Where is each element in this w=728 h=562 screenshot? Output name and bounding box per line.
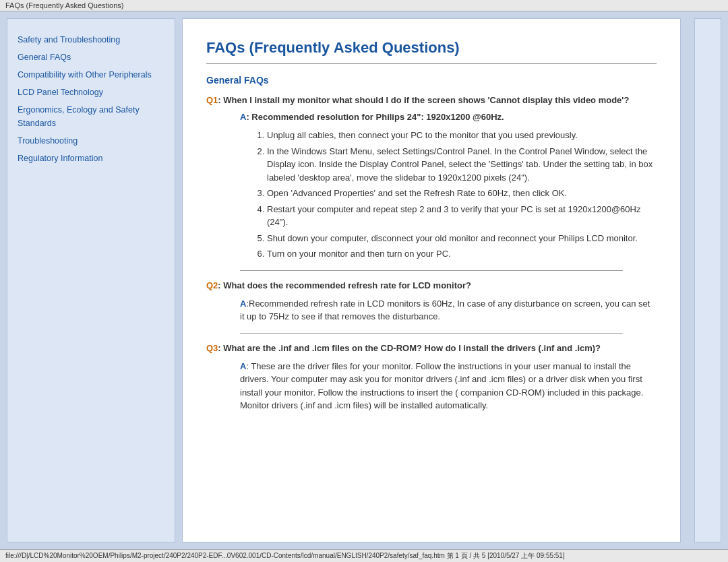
a3-text: A: These are the driver files for your m… bbox=[240, 360, 657, 412]
a2-body: :Recommended refresh rate in LCD monitor… bbox=[240, 299, 650, 322]
q2-divider bbox=[240, 333, 623, 334]
list-item: In the Windows Start Menu, select Settin… bbox=[267, 145, 657, 185]
sidebar-item-regulatory[interactable]: Regulatory Information bbox=[18, 151, 164, 166]
q1-label: Q1 bbox=[206, 95, 218, 105]
q1-block: Q1: When I install my monitor what shoul… bbox=[206, 95, 657, 261]
title-bar-text: FAQs (Frequently Asked Questions) bbox=[5, 1, 123, 9]
sidebar-item-troubleshooting[interactable]: Troubleshooting bbox=[18, 133, 164, 148]
q2-text: : What does the recommended refresh rate… bbox=[218, 280, 471, 290]
q2-label: Q2 bbox=[206, 280, 218, 290]
sidebar-item-compatibility[interactable]: Compatibility with Other Peripherals bbox=[18, 67, 164, 82]
q1-divider bbox=[240, 270, 623, 271]
title-divider bbox=[206, 63, 657, 64]
a2-text: A:Recommended refresh rate in LCD monito… bbox=[240, 297, 657, 323]
a1-label: A bbox=[240, 112, 246, 122]
a1-list: Unplug all cables, then connect your PC … bbox=[267, 129, 657, 261]
q3-label: Q3 bbox=[206, 343, 218, 353]
a2-label: A bbox=[240, 299, 246, 309]
main-layout: Safety and Troubleshooting General FAQs … bbox=[0, 11, 728, 549]
list-item: Shut down your computer, disconnect your… bbox=[267, 232, 657, 245]
sidebar-item-ergonomics[interactable]: Ergonomics, Ecology and Safety Standards bbox=[18, 102, 164, 131]
a3-label: A bbox=[240, 361, 246, 371]
q3-text: : What are the .inf and .icm files on th… bbox=[218, 343, 601, 353]
a1-heading-text: : Recommended resolution for Philips 24"… bbox=[246, 112, 504, 122]
q2-block: Q2: What does the recommended refresh ra… bbox=[206, 280, 657, 323]
q2-question: Q2: What does the recommended refresh ra… bbox=[206, 280, 657, 290]
a3-body: : These are the driver files for your mo… bbox=[240, 361, 643, 411]
q3-block: Q3: What are the .inf and .icm files on … bbox=[206, 343, 657, 412]
list-item: Open 'Advanced Properties' and set the R… bbox=[267, 187, 657, 200]
status-bar: file:///D|/LCD%20Monitor%20OEM/Philips/M… bbox=[0, 549, 728, 562]
status-bar-text: file:///D|/LCD%20Monitor%20OEM/Philips/M… bbox=[5, 552, 565, 559]
page-title: FAQs (Frequently Asked Questions) bbox=[206, 39, 657, 57]
title-bar: FAQs (Frequently Asked Questions) bbox=[0, 0, 728, 11]
sidebar-item-general[interactable]: General FAQs bbox=[18, 50, 164, 65]
list-item: Turn on your monitor and then turn on yo… bbox=[267, 247, 657, 261]
sidebar-item-lcd[interactable]: LCD Panel Technology bbox=[18, 85, 164, 100]
list-item: Restart your computer and repeat step 2 … bbox=[267, 203, 657, 229]
right-panel bbox=[694, 18, 721, 542]
sidebar: Safety and Troubleshooting General FAQs … bbox=[7, 18, 175, 542]
content-area: FAQs (Frequently Asked Questions) Genera… bbox=[182, 18, 681, 542]
list-item: Unplug all cables, then connect your PC … bbox=[267, 129, 657, 142]
sidebar-item-safety[interactable]: Safety and Troubleshooting bbox=[18, 32, 164, 47]
q1-question: Q1: When I install my monitor what shoul… bbox=[206, 95, 657, 105]
q1-text: : When I install my monitor what should … bbox=[218, 95, 629, 105]
section-heading: General FAQs bbox=[206, 75, 657, 86]
q3-question: Q3: What are the .inf and .icm files on … bbox=[206, 343, 657, 353]
a1-heading: A: Recommended resolution for Philips 24… bbox=[240, 112, 657, 122]
